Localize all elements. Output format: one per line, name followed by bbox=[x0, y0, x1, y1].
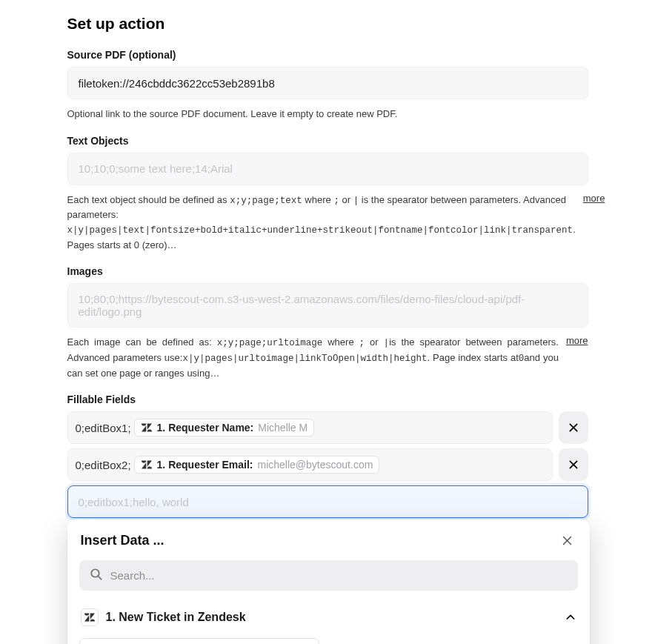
data-pill-label: 1. Requester Email: bbox=[157, 459, 253, 471]
data-option[interactable]: 1. Subject PDF.co - Extract Email Attach… bbox=[79, 638, 319, 644]
images-more-link[interactable]: more bbox=[566, 335, 588, 346]
data-pill-value: Michelle M bbox=[258, 422, 307, 434]
panel-title: Insert Data ... bbox=[81, 533, 164, 548]
fillable-prefix: 0;editBox1; bbox=[76, 422, 131, 434]
source-pdf-help: Optional link to the source PDF document… bbox=[67, 107, 588, 122]
insert-data-panel: Insert Data ... 1. New Ticket in Zendesk bbox=[67, 519, 590, 644]
data-group-title: 1. New Ticket in Zendesk bbox=[106, 611, 557, 624]
images-input[interactable]: 10;80;0;https://bytescout-com.s3-us-west… bbox=[67, 283, 588, 328]
delete-button[interactable] bbox=[559, 448, 588, 481]
search-box[interactable] bbox=[79, 560, 578, 591]
fillable-active-input[interactable]: 0;editbox1;hello, world bbox=[67, 485, 588, 518]
field-fillable: Fillable Fields 0;editBox1; 1. Requester… bbox=[67, 394, 588, 518]
images-help: Each image can be defined as: x;y;page;u… bbox=[67, 335, 559, 380]
data-group-header[interactable]: 1. New Ticket in Zendesk bbox=[76, 602, 581, 632]
images-label: Images bbox=[67, 265, 588, 277]
chevron-up-icon bbox=[565, 611, 576, 623]
fillable-row-active: 0;editbox1;hello, world bbox=[67, 485, 588, 518]
delete-button[interactable] bbox=[559, 411, 588, 444]
fillable-row: 0;editBox1; 1. Requester Name: Michelle … bbox=[67, 411, 588, 444]
search-input[interactable] bbox=[110, 569, 568, 582]
fillable-label: Fillable Fields bbox=[67, 394, 588, 405]
text-objects-help: Each text object should be defined as x;… bbox=[67, 193, 576, 253]
fillable-prefix: 0;editBox2; bbox=[76, 459, 131, 471]
data-pill[interactable]: 1. Requester Name: Michelle M bbox=[134, 419, 315, 436]
close-button[interactable] bbox=[558, 531, 576, 550]
text-objects-placeholder: 10;10;0;some text here;14;Arial bbox=[79, 162, 233, 175]
field-images: Images 10;80;0;https://bytescout-com.s3-… bbox=[67, 265, 588, 380]
text-objects-more-link[interactable]: more bbox=[583, 193, 605, 204]
page-title: Set up action bbox=[67, 15, 588, 33]
source-pdf-input[interactable]: filetoken://246cbddc3622cc53eb2891b8 bbox=[67, 67, 588, 99]
text-objects-input[interactable]: 10;10;0;some text here;14;Arial bbox=[67, 153, 588, 185]
zendesk-icon bbox=[141, 422, 153, 434]
data-pill[interactable]: 1. Requester Email: michelle@bytescout.c… bbox=[134, 456, 380, 474]
images-placeholder: 10;80;0;https://bytescout-com.s3-us-west… bbox=[79, 293, 577, 318]
fillable-input-2[interactable]: 0;editBox2; 1. Requester Email: michelle… bbox=[67, 448, 553, 481]
source-pdf-value: filetoken://246cbddc3622cc53eb2891b8 bbox=[79, 77, 275, 90]
field-text-objects: Text Objects 10;10;0;some text here;14;A… bbox=[67, 135, 588, 253]
option-list: 1. Subject PDF.co - Extract Email Attach… bbox=[76, 632, 581, 644]
zendesk-icon bbox=[141, 459, 153, 471]
field-source-pdf: Source PDF (optional) filetoken://246cbd… bbox=[67, 49, 588, 122]
source-pdf-label: Source PDF (optional) bbox=[67, 49, 588, 61]
text-objects-label: Text Objects bbox=[67, 135, 588, 147]
data-pill-value: michelle@bytescout.com bbox=[258, 459, 373, 471]
fillable-input-1[interactable]: 0;editBox1; 1. Requester Name: Michelle … bbox=[67, 411, 553, 444]
search-icon bbox=[90, 568, 103, 583]
zendesk-icon bbox=[81, 608, 99, 626]
fillable-row: 0;editBox2; 1. Requester Email: michelle… bbox=[67, 448, 588, 481]
fillable-active-placeholder: 0;editbox1;hello, world bbox=[79, 496, 189, 508]
data-pill-label: 1. Requester Name: bbox=[157, 422, 254, 434]
